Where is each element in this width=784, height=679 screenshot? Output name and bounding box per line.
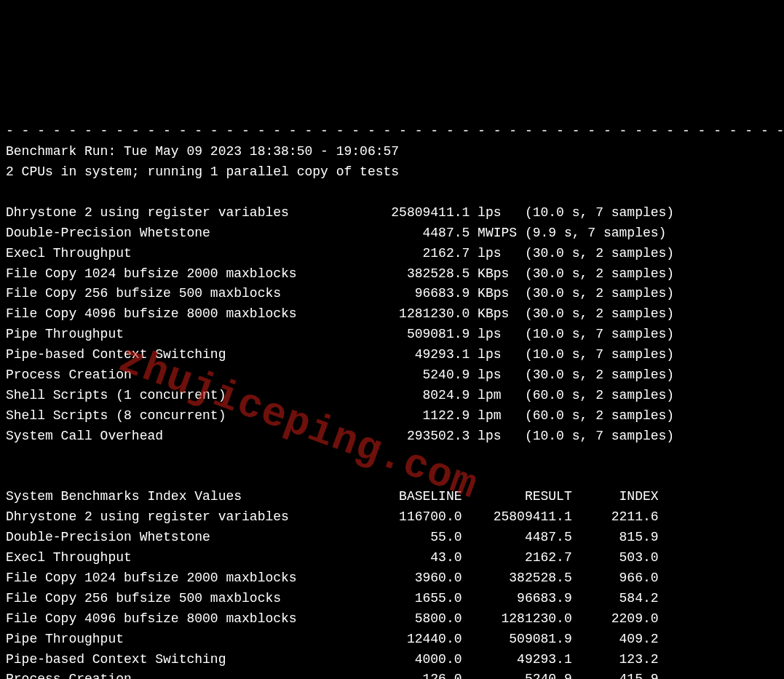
run-line-prefix: Benchmark Run: (6, 144, 124, 159)
system-line: 2 CPUs in system; running 1 parallel cop… (6, 164, 399, 179)
index-values-block: System Benchmarks Index Values BASELINE … (6, 466, 778, 679)
test-results-block: Dhrystone 2 using register variables 258… (6, 203, 778, 447)
terminal-output: zhujiceping.com - - - - - - - - - - - - … (0, 82, 784, 679)
run-time: Tue May 09 2023 18:38:50 - 19:06:57 (124, 144, 399, 159)
divider-line: - - - - - - - - - - - - - - - - - - - - … (6, 124, 784, 138)
